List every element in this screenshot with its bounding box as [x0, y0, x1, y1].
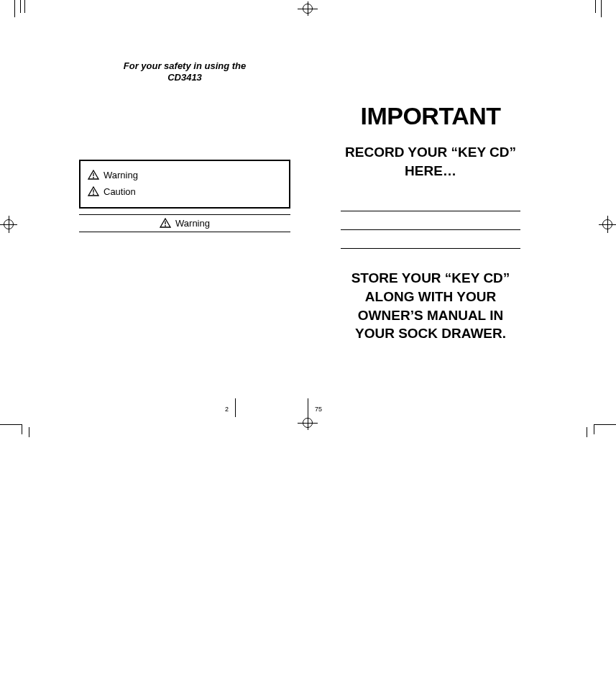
key-cd-entry-lines: [341, 193, 520, 249]
store-line1: STORE YOUR “KEY CD”: [351, 270, 510, 285]
entry-line[interactable]: [341, 230, 520, 249]
store-line3: OWNER’S MANUAL IN: [358, 308, 503, 323]
left-page-number: 2: [225, 406, 229, 413]
registration-mark-right: [599, 216, 616, 233]
warning-triangle-icon: [88, 170, 99, 180]
centered-warning-bar: Warning: [79, 214, 290, 232]
page-spread: For your safety in using the CD3413 Warn…: [62, 32, 553, 413]
warning-row: Warning: [88, 167, 282, 183]
svg-point-5: [93, 193, 94, 195]
safety-heading: For your safety in using the CD3413: [113, 60, 257, 84]
crop-mark-top-right: [581, 0, 603, 17]
left-page: For your safety in using the CD3413 Warn…: [62, 32, 308, 413]
record-line1: RECORD YOUR “KEY CD”: [345, 145, 516, 160]
svg-point-2: [93, 177, 94, 178]
warning-triangle-icon: [160, 218, 171, 228]
registration-mark-left: [0, 216, 17, 233]
warning-caution-box: Warning Caution: [79, 160, 290, 209]
entry-line[interactable]: [341, 193, 520, 211]
right-page-number: 75: [315, 406, 322, 413]
safety-heading-line1: For your safety in using the: [124, 60, 246, 71]
warning-label: Warning: [104, 170, 138, 180]
right-page: IMPORTANT RECORD YOUR “KEY CD” HERE… STO…: [308, 32, 553, 413]
caution-label: Caution: [104, 186, 136, 197]
centered-warning-label: Warning: [175, 218, 210, 229]
svg-point-8: [165, 225, 166, 227]
fold-mark-left: [235, 398, 236, 417]
crop-mark-top-left: [13, 0, 35, 17]
safety-heading-line2: CD3413: [167, 72, 202, 83]
caution-row: Caution: [88, 183, 282, 200]
crop-mark-bottom-left: [0, 417, 35, 434]
crop-mark-bottom-right: [581, 417, 616, 434]
record-heading: RECORD YOUR “KEY CD” HERE…: [325, 143, 536, 180]
store-instruction: STORE YOUR “KEY CD” ALONG WITH YOUR OWNE…: [325, 269, 536, 343]
registration-mark-top: [298, 1, 318, 19]
store-line2: ALONG WITH YOUR: [365, 289, 496, 304]
store-line4: YOUR SOCK DRAWER.: [355, 326, 506, 341]
registration-mark-bottom: [298, 416, 318, 433]
crop-mark-top-left-b: [24, 0, 32, 13]
fold-mark-right: [308, 398, 308, 417]
record-line2: HERE…: [405, 163, 456, 178]
important-heading: IMPORTANT: [325, 102, 536, 130]
caution-triangle-icon: [88, 186, 99, 196]
entry-line[interactable]: [341, 211, 520, 230]
